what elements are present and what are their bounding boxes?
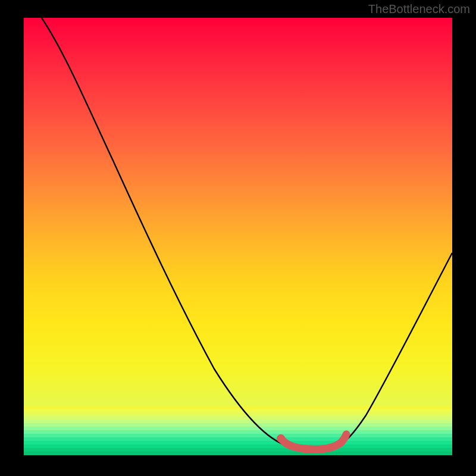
chart-plot-area	[24, 18, 452, 455]
chart-curve-svg	[24, 18, 452, 455]
bottleneck-curve	[42, 18, 452, 449]
optimal-range-highlight	[281, 434, 346, 449]
optimal-range-start-dot	[277, 434, 285, 443]
attribution-text: TheBottleneck.com	[368, 2, 470, 16]
